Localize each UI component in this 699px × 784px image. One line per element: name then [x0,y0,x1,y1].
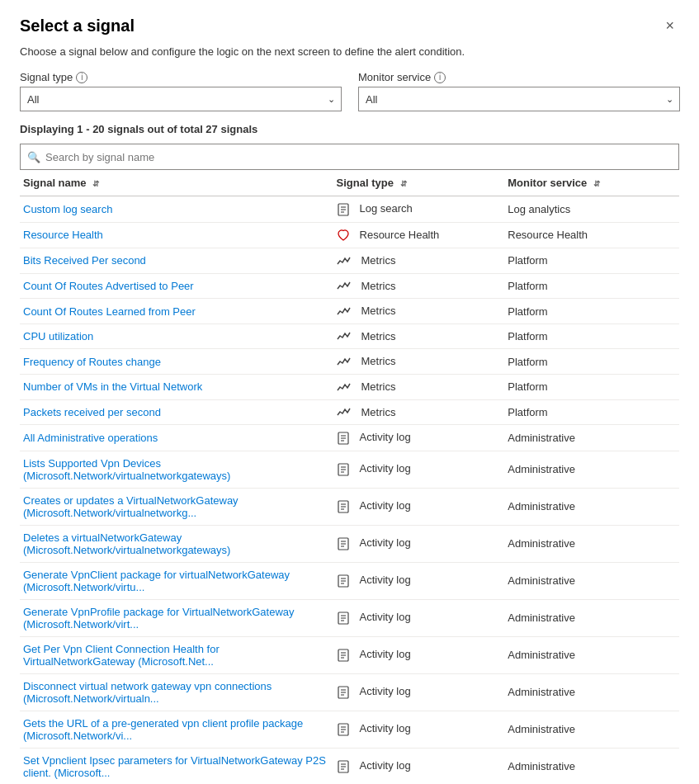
signal-name-cell: Frequency of Routes change [20,349,337,375]
monitor-service-info-icon[interactable]: i [434,72,446,83]
signal-name-sort-icon[interactable]: ⇵ [92,179,99,188]
signal-type-cell: Resource Health [337,222,508,248]
signal-type-icon [337,357,357,368]
monitor-service-text: Platform [508,356,547,368]
signal-type-info-icon[interactable]: i [76,72,87,83]
monitor-service-label: Monitor service i [358,71,680,83]
signal-name-cell: CPU utilization [20,324,337,349]
signal-name-link[interactable]: Deletes a virtualNetworkGateway (Microso… [23,531,230,556]
signal-type-cell: Metrics [337,374,508,399]
monitor-service-cell: Administrative [508,525,679,562]
monitor-service-cell: Platform [508,399,679,425]
monitor-service-cell: Administrative [508,488,679,525]
signal-name-link[interactable]: Lists Supported Vpn Devices (Microsoft.N… [23,457,230,482]
monitor-service-filter-group: Monitor service i All ⌄ [358,71,680,111]
signal-name-link[interactable]: Gets the URL of a pre-generated vpn clie… [23,717,303,742]
close-button[interactable]: × [660,17,679,35]
signal-type-cell: Metrics [337,324,508,349]
signal-type-cell: Activity log [337,748,508,784]
table-row: Lists Supported Vpn Devices (Microsoft.N… [20,451,679,488]
description-text: Choose a signal below and configure the … [20,45,679,58]
signal-type-text: Metrics [361,330,396,342]
table-row: Generate VpnClient package for virtualNe… [20,562,679,599]
signal-type-text: Activity log [360,431,411,443]
signal-name-link[interactable]: Packets received per second [23,406,161,418]
signal-type-text: Metrics [361,355,396,367]
signal-type-icon [337,432,355,445]
signal-name-link[interactable]: Custom log search [23,203,112,215]
monitor-service-text: Administrative [508,723,575,735]
signal-name-cell: Get Per Vpn Client Connection Health for… [20,636,337,673]
monitor-service-cell: Resource Health [508,222,679,248]
signal-type-cell: Activity log [337,525,508,562]
signal-name-link[interactable]: Number of VMs in the Virtual Network [23,380,202,393]
monitor-service-cell: Platform [508,273,679,299]
search-icon: 🔍 [27,151,40,163]
monitor-service-sort-icon[interactable]: ⇵ [593,179,600,188]
signal-type-icon [337,723,355,736]
signal-name-link[interactable]: CPU utilization [23,330,93,342]
signal-type-icon [337,281,357,292]
signal-name-link[interactable]: Generate VpnClient package for virtualNe… [23,569,290,593]
select-signal-panel: Select a signal × Choose a signal below … [0,0,699,784]
signal-type-icon [337,463,355,476]
signal-type-text: Resource Health [360,229,440,241]
signal-name-link[interactable]: Set Vpnclient Ipsec parameters for Virtu… [23,754,326,779]
signal-type-cell: Metrics [337,299,508,324]
signal-name-link[interactable]: Get Per Vpn Client Connection Health for… [23,643,220,668]
signal-type-icon [337,229,355,242]
monitor-service-text: Administrative [508,649,575,661]
monitor-service-text: Administrative [508,432,575,444]
monitor-service-text: Platform [508,330,547,342]
signal-type-icon [337,306,357,318]
signal-type-select[interactable]: All [20,87,342,111]
signal-name-link[interactable]: Creates or updates a VirtualNetworkGatew… [23,494,239,519]
signal-type-text: Activity log [360,722,411,734]
signal-name-cell: All Administrative operations [20,425,337,451]
search-input[interactable] [45,151,672,163]
monitor-service-cell: Platform [508,349,679,375]
signal-type-text: Metrics [361,406,396,418]
signal-type-text: Log search [360,202,413,215]
signal-type-cell: Metrics [337,248,508,274]
monitor-service-select-wrapper: All ⌄ [358,87,680,111]
signal-type-sort-icon[interactable]: ⇵ [400,179,407,188]
signal-type-text: Activity log [360,462,411,475]
signal-name-link[interactable]: All Administrative operations [23,432,158,444]
monitor-service-text: Resource Health [508,229,588,241]
signal-type-cell: Metrics [337,273,508,299]
signal-name-cell: Packets received per second [20,399,337,425]
signal-name-cell: Count Of Routes Learned from Peer [20,299,337,324]
signal-type-icon [337,331,357,342]
monitor-service-select[interactable]: All [358,87,680,111]
signal-name-link[interactable]: Frequency of Routes change [23,356,161,368]
signal-type-cell: Activity log [337,562,508,599]
signal-type-text: Activity log [360,685,411,697]
signal-type-icon [337,760,355,773]
signal-name-link[interactable]: Bits Received Per second [23,254,146,267]
signal-type-icon [337,574,355,588]
signal-type-header: Signal type ⇵ [337,170,508,196]
signal-type-cell: Log search [337,196,508,223]
table-row: CPU utilization Metrics Platform [20,324,679,349]
search-box: 🔍 [20,144,679,170]
table-row: Resource Health Resource Health Resource… [20,222,679,248]
signal-name-cell: Generate VpnProfile package for VirtualN… [20,599,337,636]
signal-name-link[interactable]: Count Of Routes Learned from Peer [23,305,196,318]
count-text: Displaying 1 - 20 signals out of total 2… [20,123,679,135]
table-header-row: Signal name ⇵ Signal type ⇵ Monitor serv… [20,170,679,196]
signal-name-link[interactable]: Resource Health [23,229,103,241]
monitor-service-text: Administrative [508,612,575,624]
signal-name-link[interactable]: Disconnect virtual network gateway vpn c… [23,680,272,705]
signal-name-link[interactable]: Generate VpnProfile package for VirtualN… [23,606,295,631]
signal-type-cell: Activity log [337,711,508,748]
monitor-service-cell: Log analytics [508,196,679,223]
signal-type-label: Signal type i [20,71,342,83]
signal-type-text: Activity log [360,574,411,586]
signal-name-link[interactable]: Count Of Routes Advertised to Peer [23,280,194,292]
table-row: Packets received per second Metrics Plat… [20,399,679,425]
monitor-service-header: Monitor service ⇵ [508,170,679,196]
table-row: Creates or updates a VirtualNetworkGatew… [20,488,679,525]
signal-name-cell: Count Of Routes Advertised to Peer [20,273,337,299]
table-row: Set Vpnclient Ipsec parameters for Virtu… [20,748,679,784]
